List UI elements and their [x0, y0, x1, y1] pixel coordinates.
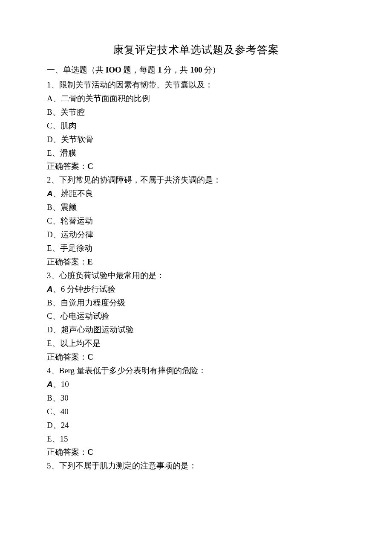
option-row: D、关节软骨: [47, 133, 345, 146]
option-label-letter: A: [47, 380, 53, 389]
option-text: 30: [61, 393, 69, 402]
option-label: A、: [47, 189, 61, 198]
option-row: C、心电运动试验: [47, 309, 345, 323]
section-count: IOO: [106, 65, 121, 74]
option-label: E、: [47, 339, 60, 348]
section-header: 一、单选题（共 IOO 题，每题 1 分，共 100 分）: [47, 64, 345, 76]
option-row: B、关节腔: [47, 105, 345, 119]
option-text: 24: [61, 421, 69, 430]
option-label: E、: [47, 148, 60, 157]
option-label-rest: 、: [53, 285, 61, 293]
option-row: B、震颤: [47, 200, 345, 214]
answer-label: 正确答案：: [47, 447, 87, 456]
option-row: D、运动分律: [47, 228, 345, 241]
option-label: B、: [47, 203, 61, 212]
option-row: B、自觉用力程度分级: [47, 296, 345, 310]
option-label-rest: 、: [53, 189, 61, 198]
option-row: E、手足徐动: [47, 241, 345, 255]
answer-line: 正确答案：C: [47, 350, 345, 364]
question-stem: 5、下列不属于肌力测定的注意事项的是：: [47, 459, 345, 473]
question-stem: 3、心脏负荷试验中最常用的是：: [47, 269, 345, 282]
option-label-letter: A: [47, 285, 53, 293]
answer-value: E: [87, 257, 93, 266]
question-stem: 4、Berg 量表低于多少分表明有摔倒的危险：: [47, 364, 345, 378]
option-row: C、肌肉: [47, 119, 345, 133]
option-text: 轮替运动: [61, 216, 93, 225]
option-label: D、: [47, 135, 61, 144]
section-per: 1: [158, 65, 162, 74]
option-label: E、: [47, 434, 60, 443]
option-text: 心电运动试验: [61, 311, 109, 320]
answer-value: C: [87, 447, 93, 456]
option-row: A、辨距不良: [47, 187, 345, 200]
option-label: B、: [47, 108, 61, 116]
option-label: D、: [47, 325, 61, 334]
option-text: 手足徐动: [60, 244, 92, 253]
option-text: 滑膜: [60, 148, 76, 157]
question-stem: 2、下列常见的协调障碍，不属于共济失调的是：: [47, 173, 345, 187]
option-row: E、以上均不是: [47, 337, 345, 350]
option-label: E、: [47, 244, 60, 253]
answer-label: 正确答案：: [47, 257, 87, 266]
answer-line: 正确答案：C: [47, 160, 345, 173]
option-text: 6 分钟步行试验: [61, 285, 115, 293]
option-label: C、: [47, 407, 61, 416]
option-label: D、: [47, 421, 61, 430]
option-label: C、: [47, 311, 61, 320]
option-text: 运动分律: [61, 230, 93, 239]
document-title: 康复评定技术单选试题及参考答案: [47, 43, 345, 57]
option-label: B、: [47, 393, 61, 402]
option-row: A、10: [47, 378, 345, 391]
section-mid2: 分，共: [162, 65, 190, 74]
option-text: 40: [61, 407, 69, 416]
option-label: C、: [47, 121, 61, 130]
option-row: C、轮替运动: [47, 214, 345, 228]
option-row: B、30: [47, 391, 345, 405]
option-text: 以上均不是: [60, 339, 101, 348]
option-row: E、15: [47, 432, 345, 446]
option-text: 自觉用力程度分级: [61, 298, 125, 307]
questions-container: 1、限制关节活动的因素有韧带、关节囊以及：A、二骨的关节面面积的比例B、关节腔C…: [47, 78, 345, 473]
question-stem: 1、限制关节活动的因素有韧带、关节囊以及：: [47, 78, 345, 92]
option-row: D、超声心动图运动试验: [47, 323, 345, 337]
option-label: A、: [47, 285, 61, 293]
answer-label: 正确答案：: [47, 162, 87, 171]
option-row: C、40: [47, 405, 345, 418]
section-prefix: 一、单选题（共: [47, 65, 106, 74]
section-mid1: 题，每题: [121, 65, 158, 74]
option-row: A、6 分钟步行试验: [47, 282, 345, 296]
answer-value: C: [87, 162, 93, 171]
option-label: A、: [47, 380, 61, 389]
option-label: B、: [47, 298, 61, 307]
answer-value: C: [87, 352, 93, 361]
option-text: 辨距不良: [61, 189, 93, 198]
option-row: E、滑膜: [47, 146, 345, 160]
option-text: 震颤: [61, 203, 77, 212]
option-label: A、: [47, 94, 61, 103]
option-label-rest: 、: [53, 380, 61, 389]
option-text: 超声心动图运动试验: [61, 325, 134, 334]
option-text: 10: [61, 380, 69, 389]
option-label: C、: [47, 216, 61, 225]
answer-line: 正确答案：C: [47, 445, 345, 459]
answer-label: 正确答案：: [47, 352, 87, 361]
option-row: A、二骨的关节面面积的比例: [47, 92, 345, 105]
option-text: 15: [60, 434, 68, 443]
section-total: 100: [190, 65, 202, 74]
answer-line: 正确答案：E: [47, 255, 345, 269]
section-suffix: 分）: [202, 65, 221, 74]
option-text: 肌肉: [61, 121, 77, 130]
option-text: 关节软骨: [61, 135, 93, 144]
option-label: D、: [47, 230, 61, 239]
option-text: 关节腔: [61, 108, 85, 116]
option-row: D、24: [47, 418, 345, 432]
option-text: 二骨的关节面面积的比例: [61, 94, 150, 103]
document-page: 康复评定技术单选试题及参考答案 一、单选题（共 IOO 题，每题 1 分，共 1…: [0, 0, 392, 555]
option-label-letter: A: [47, 189, 53, 198]
